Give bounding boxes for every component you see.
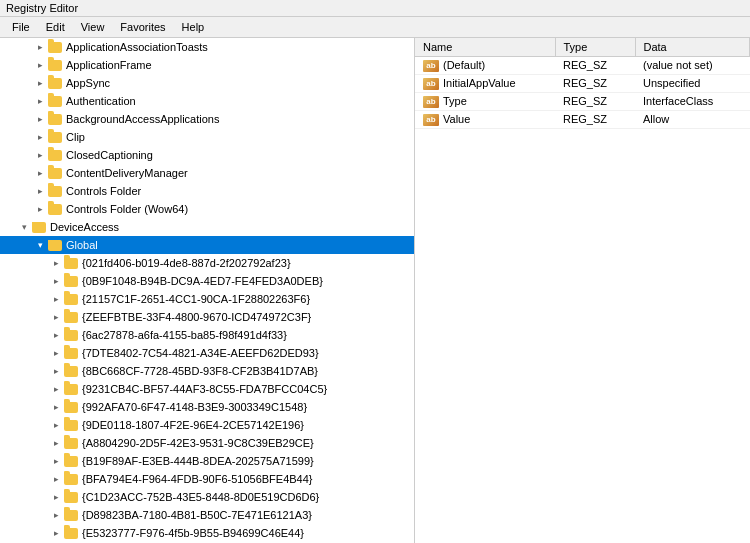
tree-arrow: ▸ [48,366,64,376]
tree-arrow: ▸ [48,258,64,268]
menu-item-favorites[interactable]: Favorites [112,19,173,35]
folder-icon [48,130,64,144]
cell-data: Allow [635,110,750,128]
tree-arrow: ▸ [48,438,64,448]
folder-icon [64,526,80,540]
tree-label: {021fd406-b019-4de8-887d-2f202792af23} [82,257,291,269]
tree-item-7DTE8402[interactable]: ▸{7DTE8402-7C54-4821-A34E-AEEFD62DED93} [0,344,414,362]
tree-arrow: ▸ [32,114,48,124]
folder-icon [64,418,80,432]
cell-name: abType [415,92,555,110]
folder-icon [64,364,80,378]
tree-item-Authentication[interactable]: ▸Authentication [0,92,414,110]
cell-data: Unspecified [635,74,750,92]
menu-item-edit[interactable]: Edit [38,19,73,35]
tree-label: AppSync [66,77,110,89]
details-row-1[interactable]: abInitialAppValueREG_SZUnspecified [415,74,750,92]
folder-icon [64,292,80,306]
tree-label: {7DTE8402-7C54-4821-A34E-AEEFD62DED93} [82,347,319,359]
tree-arrow: ▸ [48,402,64,412]
tree-item-B19F89AF[interactable]: ▸{B19F89AF-E3EB-444B-8DEA-202575A71599} [0,452,414,470]
tree-label: Controls Folder [66,185,141,197]
tree-item-Clip[interactable]: ▸Clip [0,128,414,146]
tree-arrow: ▸ [32,132,48,142]
folder-icon [64,382,80,396]
cell-data: InterfaceClass [635,92,750,110]
menu-item-view[interactable]: View [73,19,113,35]
tree-arrow: ▸ [48,528,64,538]
tree-arrow: ▸ [48,348,64,358]
tree-label: Clip [66,131,85,143]
tree-arrow: ▸ [32,150,48,160]
tree-item-ContentDeliveryManager[interactable]: ▸ContentDeliveryManager [0,164,414,182]
tree-label: {9DE0118-1807-4F2E-96E4-2CE57142E196} [82,419,304,431]
cell-data: (value not set) [635,56,750,74]
tree-label: {ZEEFBTBE-33F4-4800-9670-ICD474972C3F} [82,311,311,323]
tree-item-DeviceAccess[interactable]: ▾DeviceAccess [0,218,414,236]
tree-label: ContentDeliveryManager [66,167,188,179]
tree-item-9231CB4C[interactable]: ▸{9231CB4C-BF57-44AF3-8C55-FDA7BFCC04C5} [0,380,414,398]
tree-item-A8804290[interactable]: ▸{A8804290-2D5F-42E3-9531-9C8C39EB29CE} [0,434,414,452]
tree-arrow: ▸ [32,78,48,88]
app-title: Registry Editor [6,2,78,14]
tree-item-Global[interactable]: ▾Global [0,236,414,254]
cell-name: abInitialAppValue [415,74,555,92]
details-table: Name Type Data ab(Default)REG_SZ(value n… [415,38,750,129]
details-row-0[interactable]: ab(Default)REG_SZ(value not set) [415,56,750,74]
tree-item-992AFA70[interactable]: ▸{992AFA70-6F47-4148-B3E9-3003349C1548} [0,398,414,416]
tree-arrow: ▸ [48,510,64,520]
tree-label: {BFA794E4-F964-4FDB-90F6-51056BFE4B44} [82,473,313,485]
tree-item-ZEEFBTBE[interactable]: ▸{ZEEFBTBE-33F4-4800-9670-ICD474972C3F} [0,308,414,326]
tree-item-C1D23ACC[interactable]: ▸{C1D23ACC-752B-43E5-8448-8D0E519CD6D6} [0,488,414,506]
tree-arrow: ▸ [48,330,64,340]
tree-item-ControlsFolder[interactable]: ▸Controls Folder [0,182,414,200]
tree-label: {B19F89AF-E3EB-444B-8DEA-202575A71599} [82,455,314,467]
col-data: Data [635,38,750,56]
tree-item-ApplicationFrame[interactable]: ▸ApplicationFrame [0,56,414,74]
details-panel: Name Type Data ab(Default)REG_SZ(value n… [415,38,750,543]
tree-arrow: ▾ [16,222,32,232]
tree-item-D89823BA[interactable]: ▸{D89823BA-7180-4B81-B50C-7E471E6121A3} [0,506,414,524]
tree-arrow: ▸ [48,312,64,322]
folder-icon [48,94,64,108]
tree-item-9DE0118[interactable]: ▸{9DE0118-1807-4F2E-96E4-2CE57142E196} [0,416,414,434]
tree-panel[interactable]: ▸ApplicationAssociationToasts▸Applicatio… [0,38,415,543]
menu-item-help[interactable]: Help [174,19,213,35]
tree-item-BackgroundAccessApplications[interactable]: ▸BackgroundAccessApplications [0,110,414,128]
reg-name: InitialAppValue [443,77,516,89]
tree-item-ClosedCaptioning[interactable]: ▸ClosedCaptioning [0,146,414,164]
cell-name: abValue [415,110,555,128]
folder-icon [48,58,64,72]
tree-label: {A8804290-2D5F-42E3-9531-9C8C39EB29CE} [82,437,314,449]
tree-item-AppSync[interactable]: ▸AppSync [0,74,414,92]
tree-label: DeviceAccess [50,221,119,233]
col-type: Type [555,38,635,56]
tree-item-21157C1F[interactable]: ▸{21157C1F-2651-4CC1-90CA-1F28802263F6} [0,290,414,308]
tree-item-ApplicationAssociationToasts[interactable]: ▸ApplicationAssociationToasts [0,38,414,56]
tree-label: {0B9F1048-B94B-DC9A-4ED7-FE4FED3A0DEB} [82,275,323,287]
menu-bar: FileEditViewFavoritesHelp [0,17,750,38]
tree-item-0B9F1048[interactable]: ▸{0B9F1048-B94B-DC9A-4ED7-FE4FED3A0DEB} [0,272,414,290]
tree-item-8BC668CF[interactable]: ▸{8BC668CF-7728-45BD-93F8-CF2B3B41D7AB} [0,362,414,380]
reg-sz-icon: ab [423,114,439,126]
tree-item-E5323777[interactable]: ▸{E5323777-F976-4f5b-9B55-B94699C46E44} [0,524,414,542]
folder-icon [32,220,48,234]
tree-item-BFA794E4[interactable]: ▸{BFA794E4-F964-4FDB-90F6-51056BFE4B44} [0,470,414,488]
tree-label: Controls Folder (Wow64) [66,203,188,215]
tree-arrow: ▸ [48,276,64,286]
details-row-3[interactable]: abValueREG_SZAllow [415,110,750,128]
tree-label: BackgroundAccessApplications [66,113,219,125]
folder-icon [64,346,80,360]
reg-name: Value [443,113,470,125]
tree-item-6ac27878[interactable]: ▸{6ac27878-a6fa-4155-ba85-f98f491d4f33} [0,326,414,344]
folder-icon [64,472,80,486]
tree-label: {8BC668CF-7728-45BD-93F8-CF2B3B41D7AB} [82,365,318,377]
tree-label: Global [66,239,98,251]
tree-item-021fd406[interactable]: ▸{021fd406-b019-4de8-887d-2f202792af23} [0,254,414,272]
menu-item-file[interactable]: File [4,19,38,35]
details-row-2[interactable]: abTypeREG_SZInterfaceClass [415,92,750,110]
tree-label: ApplicationAssociationToasts [66,41,208,53]
tree-arrow: ▸ [32,42,48,52]
folder-icon [48,202,64,216]
tree-item-ControlsFolderWow64[interactable]: ▸Controls Folder (Wow64) [0,200,414,218]
